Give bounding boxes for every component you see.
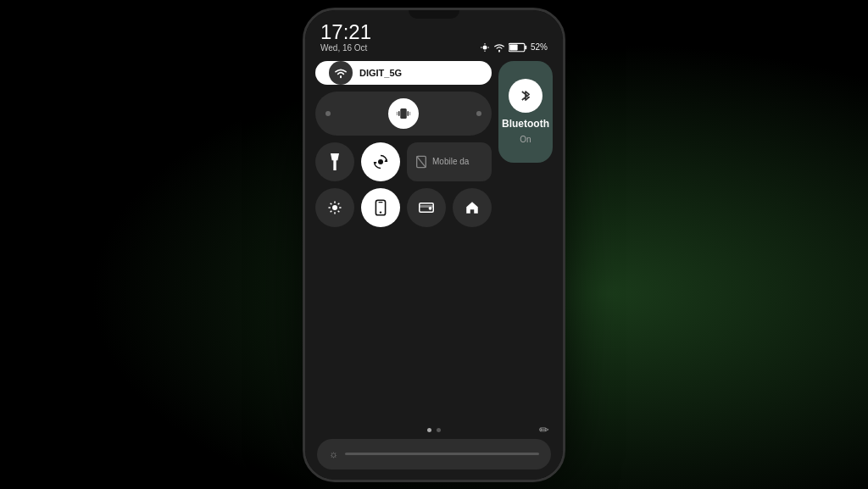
- wallet-button[interactable]: [407, 188, 446, 227]
- auto-rotate-button[interactable]: [361, 142, 400, 181]
- flashlight-button[interactable]: [315, 142, 354, 181]
- notch: [409, 10, 459, 19]
- phone-rotate-button[interactable]: [361, 188, 400, 227]
- vibration-icon-btn: [388, 98, 419, 129]
- battery-icon: [509, 42, 527, 53]
- brightness-bar[interactable]: ☼: [317, 439, 551, 470]
- page-indicator: ✏: [305, 425, 563, 434]
- screen: 17:21 Wed, 16 Oct: [305, 10, 563, 480]
- clock: 17:21: [320, 22, 371, 42]
- svg-point-31: [429, 206, 432, 209]
- no-sim-icon: [415, 155, 427, 169]
- home-button[interactable]: [453, 188, 492, 227]
- svg-point-0: [482, 45, 487, 49]
- page-dot-2: [437, 428, 441, 432]
- svg-rect-10: [408, 111, 409, 116]
- svg-line-23: [338, 210, 340, 212]
- wifi-tile[interactable]: DIGIT_5G: [315, 61, 492, 85]
- phone-icon: [374, 199, 387, 216]
- svg-point-17: [332, 205, 337, 210]
- svg-marker-13: [331, 153, 339, 170]
- brightness-button[interactable]: [315, 188, 354, 227]
- rotate-icon: [373, 154, 388, 169]
- phone-body: 17:21 Wed, 16 Oct: [303, 8, 565, 482]
- wifi-tile-icon: [334, 67, 348, 79]
- brightness-section: ☼: [305, 434, 563, 480]
- svg-line-24: [331, 210, 332, 212]
- qs-row-1: DIGIT_5G: [315, 61, 553, 227]
- home-icon: [465, 200, 480, 215]
- page-dot-1: [427, 428, 431, 432]
- mobile-data-tile[interactable]: Mobile da: [407, 142, 492, 181]
- svg-rect-9: [398, 111, 400, 116]
- quick-settings-panel: DIGIT_5G: [305, 56, 563, 425]
- bluetooth-icon: [517, 87, 534, 104]
- flashlight-icon: [328, 153, 342, 170]
- wifi-ssid-label: DIGIT_5G: [359, 68, 402, 78]
- svg-rect-6: [525, 45, 526, 49]
- bluetooth-tile[interactable]: Bluetooth On: [498, 61, 553, 163]
- vibrate-icon: [396, 106, 411, 121]
- date: Wed, 16 Oct: [320, 43, 371, 53]
- brightness-track: [345, 453, 539, 455]
- vibration-tile[interactable]: [315, 92, 492, 136]
- dot-right: [476, 111, 481, 116]
- svg-line-25: [338, 203, 340, 204]
- wifi-status-icon: [493, 42, 505, 53]
- svg-point-27: [380, 211, 381, 213]
- svg-rect-11: [397, 111, 398, 115]
- qs-row-4: [315, 188, 492, 227]
- wifi-icon-container: [329, 61, 353, 85]
- bluetooth-label: Bluetooth: [502, 118, 549, 130]
- auto-brightness-icon: [480, 42, 490, 53]
- svg-rect-12: [409, 111, 411, 115]
- svg-line-22: [331, 203, 332, 204]
- battery-percent: 52%: [531, 42, 548, 52]
- edit-icon[interactable]: ✏: [539, 423, 549, 436]
- dot-left: [326, 111, 331, 116]
- brightness-icon: ☼: [329, 448, 338, 460]
- svg-rect-7: [509, 44, 517, 50]
- svg-point-14: [378, 159, 383, 164]
- bluetooth-status: On: [520, 135, 531, 144]
- svg-rect-8: [400, 108, 407, 119]
- status-icons: 52%: [480, 42, 548, 53]
- time-section: 17:21 Wed, 16 Oct: [320, 22, 371, 53]
- svg-line-16: [417, 156, 426, 167]
- sun-icon: [327, 200, 342, 215]
- bluetooth-icon-circle: [509, 79, 542, 113]
- wallet-icon: [419, 201, 434, 214]
- mobile-data-label: Mobile da: [432, 157, 469, 166]
- qs-row-3: Mobile da: [315, 142, 492, 181]
